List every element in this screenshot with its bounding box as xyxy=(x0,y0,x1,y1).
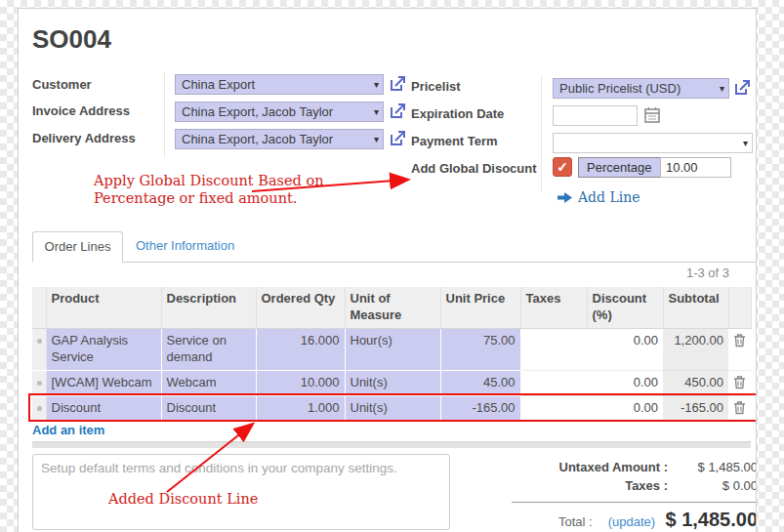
cell-taxes[interactable] xyxy=(520,328,587,370)
add-an-item-link[interactable]: Add an item xyxy=(32,423,104,437)
order-lines-table: Product Description Ordered Qty Unit of … xyxy=(32,287,752,422)
cell-qty[interactable]: 1.000 xyxy=(256,395,345,421)
delete-row-icon[interactable] xyxy=(733,333,746,350)
cell-price[interactable]: 75.00 xyxy=(440,328,520,370)
add-line-label: Add Line xyxy=(578,189,640,205)
cell-product[interactable]: [WCAM] Webcam xyxy=(46,370,161,395)
drag-handle-icon[interactable] xyxy=(32,370,46,395)
cell-uom[interactable]: Unit(s) xyxy=(345,370,440,395)
global-discount-annotation: Apply Global Discount Based on Percentag… xyxy=(94,172,324,207)
drag-handle-icon[interactable] xyxy=(32,328,46,370)
list-resize-bar[interactable] xyxy=(32,441,751,448)
pricelist-select[interactable]: Public Pricelist (USD) ▾ xyxy=(553,78,729,99)
pricelist-value: Public Pricelist (USD) xyxy=(559,81,716,96)
customer-select[interactable]: China Export ▾ xyxy=(175,74,384,95)
col-product[interactable]: Product xyxy=(46,287,161,328)
cell-subtotal: 1,200.00 xyxy=(663,328,728,370)
cell-price[interactable]: 45.00 xyxy=(440,370,520,395)
right-arrow-icon xyxy=(557,192,572,203)
update-total-link[interactable]: (update) xyxy=(608,514,655,529)
totals-divider xyxy=(512,502,757,503)
totals-panel: Untaxed Amount : $ 1,485.00 Taxes : $ 0.… xyxy=(512,459,757,531)
tab-order-lines[interactable]: Order Lines xyxy=(32,231,123,263)
checkmark-icon: ✓ xyxy=(557,159,568,175)
chevron-down-icon: ▾ xyxy=(374,79,379,90)
add-line-button[interactable]: Add Line xyxy=(557,189,640,205)
cell-qty[interactable]: 16.000 xyxy=(256,328,345,370)
untaxed-amount-label: Untaxed Amount : xyxy=(512,459,681,476)
pricelist-label: Pricelist xyxy=(411,79,461,94)
cell-taxes[interactable] xyxy=(520,395,587,421)
taxes-value: $ 0.00 xyxy=(681,477,757,495)
expiration-date-label: Expiration Date xyxy=(411,106,504,121)
table-header-row: Product Description Ordered Qty Unit of … xyxy=(32,287,751,328)
discount-amount-input[interactable] xyxy=(660,157,731,178)
payment-term-select[interactable]: ▾ xyxy=(553,133,753,153)
col-taxes[interactable]: Taxes xyxy=(520,287,587,328)
total-value: $ 1,485.00 xyxy=(655,509,757,531)
delete-row-icon[interactable] xyxy=(733,375,746,392)
invoice-address-external-link-icon[interactable] xyxy=(390,102,406,119)
sale-order-form: SO004 Customer Invoice Address Delivery … xyxy=(18,8,757,532)
chevron-down-icon: ▾ xyxy=(374,134,379,144)
table-row-discount[interactable]: Discount Discount 1.000 Unit(s) -165.00 … xyxy=(32,395,751,421)
delivery-address-select[interactable]: China Export, Jacob Taylor ▾ xyxy=(175,129,384,149)
invoice-address-label: Invoice Address xyxy=(32,103,130,118)
cell-discount[interactable]: 0.00 xyxy=(587,370,663,395)
chevron-down-icon: ▾ xyxy=(720,83,724,94)
col-ordered-qty[interactable]: Ordered Qty xyxy=(256,287,345,328)
drag-handle-icon[interactable] xyxy=(32,395,46,421)
cell-description[interactable]: Discount xyxy=(161,395,256,421)
cell-taxes[interactable] xyxy=(520,370,587,395)
right-group-separator xyxy=(541,75,542,192)
invoice-address-value: China Export, Jacob Taylor xyxy=(182,104,370,119)
col-unit-of-measure[interactable]: Unit of Measure xyxy=(345,287,440,328)
cell-uom[interactable]: Unit(s) xyxy=(345,395,440,421)
pager[interactable]: 1-3 of 3 xyxy=(604,266,729,280)
delete-row-icon[interactable] xyxy=(733,400,746,418)
discount-type-value: Percentage xyxy=(579,158,660,177)
cell-description[interactable]: Webcam xyxy=(161,370,256,395)
pricelist-external-link-icon[interactable] xyxy=(734,79,751,96)
untaxed-amount-value: $ 1,485.00 xyxy=(681,459,757,476)
cell-subtotal: -165.00 xyxy=(663,395,728,421)
taxes-label: Taxes : xyxy=(512,477,681,495)
col-subtotal[interactable]: Subtotal xyxy=(663,287,728,328)
col-description[interactable]: Description xyxy=(161,287,256,328)
table-row[interactable]: [WCAM] Webcam Webcam 10.000 Unit(s) 45.0… xyxy=(32,370,751,395)
delivery-address-external-link-icon[interactable] xyxy=(390,130,406,146)
cell-discount[interactable]: 0.00 xyxy=(587,328,663,370)
cell-product[interactable]: GAP Analysis Service xyxy=(46,328,161,370)
cell-uom[interactable]: Hour(s) xyxy=(345,328,440,370)
cell-description[interactable]: Service on demand xyxy=(161,328,256,370)
col-discount[interactable]: Discount (%) xyxy=(587,287,663,328)
left-group-separator xyxy=(164,73,165,157)
table-row[interactable]: GAP Analysis Service Service on demand 1… xyxy=(32,328,751,370)
chevron-down-icon: ▾ xyxy=(743,138,748,148)
cell-qty[interactable]: 10.000 xyxy=(256,370,345,395)
cell-product[interactable]: Discount xyxy=(46,395,161,421)
add-global-discount-label: Add Global Disocunt xyxy=(411,161,537,176)
chevron-down-icon: ▾ xyxy=(374,106,379,117)
cell-subtotal: 450.00 xyxy=(663,370,728,395)
customer-label: Customer xyxy=(32,77,92,92)
col-unit-price[interactable]: Unit Price xyxy=(440,287,520,328)
global-discount-checkbox[interactable]: ✓ xyxy=(553,157,572,177)
calendar-icon[interactable] xyxy=(644,106,660,126)
delivery-address-label: Delivery Address xyxy=(32,131,136,145)
payment-term-label: Payment Term xyxy=(411,134,498,148)
customer-value: China Export xyxy=(182,77,370,92)
cell-discount[interactable]: 0.00 xyxy=(587,395,663,421)
handle-column-header xyxy=(32,287,46,328)
invoice-address-select[interactable]: China Export, Jacob Taylor ▾ xyxy=(175,102,384,122)
added-discount-annotation: Added Discount Line xyxy=(108,490,258,508)
delivery-address-value: China Export, Jacob Taylor xyxy=(182,132,370,146)
cell-price[interactable]: -165.00 xyxy=(440,395,520,421)
actions-column-header xyxy=(728,287,751,328)
page-title: SO004 xyxy=(32,24,111,55)
expiration-date-input[interactable] xyxy=(553,105,638,126)
customer-external-link-icon[interactable] xyxy=(390,75,406,92)
tab-other-information[interactable]: Other Information xyxy=(126,231,244,263)
total-label: Total : xyxy=(558,514,593,529)
